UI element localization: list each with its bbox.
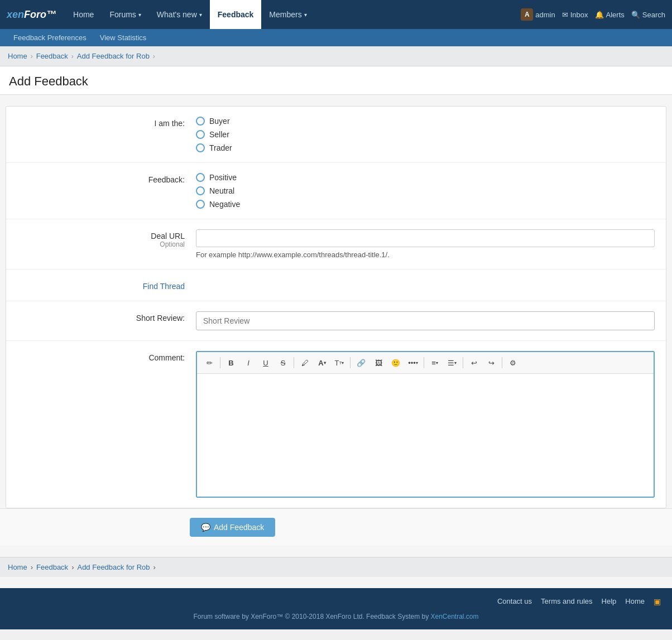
- toolbar-more[interactable]: •••▾: [405, 355, 421, 370]
- toolbar-bold[interactable]: B: [223, 355, 239, 370]
- bottom-breadcrumb-home[interactable]: Home: [8, 563, 27, 571]
- toolbar-sep-1: [220, 357, 220, 368]
- feedback-preferences-link[interactable]: Feedback Preferences: [7, 29, 93, 46]
- whats-new-chevron: ▾: [199, 12, 202, 18]
- nav-members[interactable]: Members ▾: [261, 0, 314, 29]
- radio-negative[interactable]: Negative: [196, 200, 655, 209]
- i-am-the-options: Buyer Seller Trader: [196, 117, 655, 152]
- breadcrumb-add-feedback[interactable]: Add Feedback for Rob: [77, 52, 150, 60]
- comment-editor: ✏ B I U S 🖊 A▾ TT▾ 🔗 🖼 🙂: [196, 351, 655, 498]
- view-statistics-link[interactable]: View Statistics: [93, 29, 153, 46]
- find-thread-link[interactable]: Find Thread: [17, 280, 196, 291]
- submit-area: 💬 Add Feedback: [0, 508, 672, 546]
- toolbar-italic[interactable]: I: [241, 355, 256, 370]
- radio-seller-circle: [196, 130, 205, 139]
- bottom-breadcrumb-add-feedback[interactable]: Add Feedback for Rob: [77, 563, 150, 571]
- radio-negative-circle: [196, 200, 205, 209]
- page-title-area: Add Feedback: [0, 66, 672, 95]
- toolbar-sep-5: [463, 357, 463, 368]
- feedback-type-field: Positive Neutral Negative: [196, 173, 655, 209]
- rss-icon[interactable]: ▣: [654, 597, 661, 606]
- radio-trader-label: Trader: [209, 143, 232, 152]
- submit-label: Add Feedback: [214, 523, 264, 532]
- toolbar-color[interactable]: 🖊: [297, 355, 313, 370]
- comment-label: Comment:: [17, 351, 196, 362]
- submit-icon: 💬: [201, 523, 210, 532]
- comment-row: Comment: ✏ B I U S 🖊 A▾ TT▾: [6, 341, 666, 508]
- toolbar-pencil[interactable]: ✏: [201, 355, 217, 370]
- toolbar-align[interactable]: ≡▾: [427, 355, 443, 370]
- radio-positive[interactable]: Positive: [196, 173, 655, 182]
- members-chevron: ▾: [304, 12, 307, 18]
- alerts-link[interactable]: 🔔 Alerts: [595, 11, 625, 19]
- alerts-label: Alerts: [606, 11, 625, 19]
- comment-editor-body[interactable]: [197, 374, 654, 497]
- logo-xen: xen: [7, 9, 24, 20]
- radio-trader-circle: [196, 143, 205, 152]
- footer-copyright: Forum software by XenForo™ © 2010-2018 X…: [11, 613, 661, 620]
- footer-home[interactable]: Home: [625, 597, 645, 606]
- bottom-sep-3: ›: [153, 563, 156, 571]
- search-icon: 🔍: [631, 11, 640, 19]
- toolbar-sep-6: [502, 357, 502, 368]
- secondary-navigation: Feedback Preferences View Statistics: [0, 29, 672, 46]
- radio-buyer-label: Buyer: [209, 117, 230, 126]
- admin-user[interactable]: A admin: [521, 8, 555, 21]
- radio-buyer[interactable]: Buyer: [196, 117, 655, 126]
- comment-field: ✏ B I U S 🖊 A▾ TT▾ 🔗 🖼 🙂: [196, 351, 655, 498]
- toolbar-strikethrough[interactable]: S: [275, 355, 291, 370]
- deal-url-optional: Optional: [17, 240, 185, 248]
- toolbar-image[interactable]: 🖼: [371, 355, 386, 370]
- nav-home[interactable]: Home: [65, 0, 102, 29]
- inbox-link[interactable]: ✉ Inbox: [562, 11, 588, 19]
- toolbar-underline[interactable]: U: [258, 355, 273, 370]
- footer-terms[interactable]: Terms and rules: [541, 597, 592, 606]
- bottom-breadcrumb-feedback[interactable]: Feedback: [36, 563, 68, 571]
- radio-neutral[interactable]: Neutral: [196, 186, 655, 195]
- site-logo[interactable]: xenForo™: [7, 9, 56, 21]
- toolbar-link[interactable]: 🔗: [353, 355, 369, 370]
- nav-whats-new[interactable]: What's new ▾: [149, 0, 210, 29]
- page-title: Add Feedback: [9, 74, 663, 89]
- i-am-the-row: I am the: Buyer Seller Trader: [6, 107, 666, 163]
- toolbar-list[interactable]: ☰▾: [444, 355, 460, 370]
- footer-contact[interactable]: Contact us: [497, 597, 532, 606]
- admin-avatar: A: [521, 8, 533, 21]
- toolbar-font-color[interactable]: A▾: [314, 355, 330, 370]
- i-am-the-field: Buyer Seller Trader: [196, 117, 655, 152]
- admin-label: admin: [535, 11, 555, 19]
- radio-seller[interactable]: Seller: [196, 130, 655, 139]
- search-link[interactable]: 🔍 Search: [631, 11, 665, 19]
- feedback-type-options: Positive Neutral Negative: [196, 173, 655, 209]
- nav-links: Home Forums ▾ What's new ▾ Feedback Memb…: [65, 0, 521, 29]
- add-feedback-button[interactable]: 💬 Add Feedback: [190, 518, 275, 537]
- footer-help[interactable]: Help: [602, 597, 617, 606]
- breadcrumb-feedback[interactable]: Feedback: [36, 52, 68, 60]
- deal-url-input[interactable]: [196, 229, 655, 247]
- nav-feedback[interactable]: Feedback: [210, 0, 262, 29]
- breadcrumb-home[interactable]: Home: [8, 52, 27, 60]
- breadcrumb-sep-3: ›: [153, 52, 155, 60]
- bottom-sep-1: ›: [31, 563, 33, 571]
- breadcrumb-sep-1: ›: [31, 52, 33, 60]
- forums-chevron: ▾: [138, 12, 141, 18]
- find-thread-row: Find Thread: [6, 270, 666, 301]
- nav-forums[interactable]: Forums ▾: [102, 0, 148, 29]
- i-am-the-label: I am the:: [17, 117, 196, 128]
- toolbar-undo[interactable]: ↩: [466, 355, 482, 370]
- radio-neutral-circle: [196, 186, 205, 195]
- nav-right: A admin ✉ Inbox 🔔 Alerts 🔍 Search: [521, 8, 665, 21]
- xencentral-link[interactable]: XenCentral.com: [431, 613, 479, 620]
- toolbar-redo[interactable]: ↪: [483, 355, 499, 370]
- feedback-type-row: Feedback: Positive Neutral Negative: [6, 163, 666, 219]
- radio-buyer-circle: [196, 117, 205, 126]
- short-review-input[interactable]: [196, 311, 655, 330]
- short-review-field: [196, 311, 655, 330]
- toolbar-sep-2: [294, 357, 294, 368]
- radio-trader[interactable]: Trader: [196, 143, 655, 152]
- add-feedback-form: I am the: Buyer Seller Trader: [6, 106, 666, 508]
- toolbar-font-size[interactable]: TT▾: [332, 355, 347, 370]
- top-navigation: xenForo™ Home Forums ▾ What's new ▾ Feed…: [0, 0, 672, 29]
- toolbar-settings[interactable]: ⚙: [505, 355, 521, 370]
- toolbar-emoji[interactable]: 🙂: [388, 355, 404, 370]
